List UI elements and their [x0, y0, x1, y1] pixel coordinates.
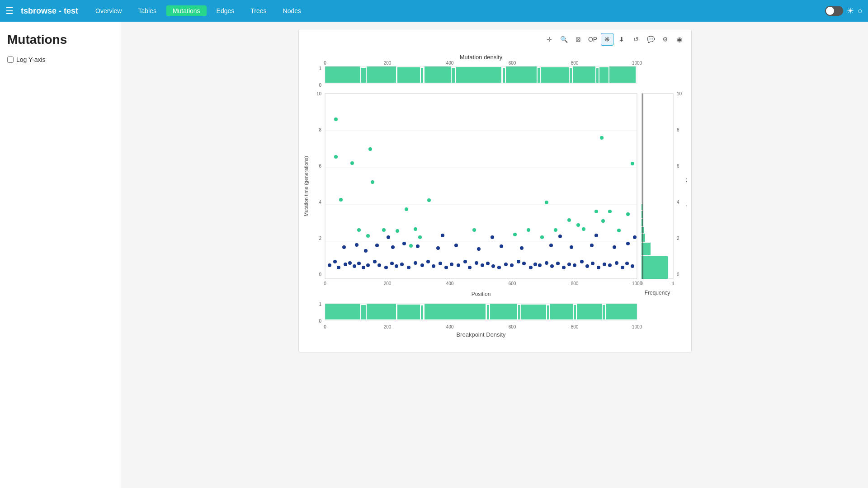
- svg-point-54: [418, 235, 422, 239]
- svg-point-84: [407, 266, 410, 269]
- svg-rect-165: [642, 256, 668, 279]
- svg-point-79: [377, 263, 381, 267]
- svg-point-111: [567, 263, 571, 266]
- svg-point-138: [613, 245, 616, 249]
- tab-nodes[interactable]: Nodes: [277, 5, 307, 16]
- svg-point-86: [420, 263, 424, 267]
- svg-rect-22: [596, 68, 599, 83]
- svg-point-129: [416, 244, 420, 248]
- chart-container: ✛ 🔍 ⊠ OP ❋ ⬇ ↺ 💬 ⚙ ◉ Mutation density: [298, 29, 692, 352]
- log-y-label[interactable]: Log Y-axis: [7, 56, 114, 63]
- svg-text:200: 200: [384, 324, 392, 329]
- svg-point-61: [594, 210, 598, 213]
- svg-point-119: [615, 261, 618, 265]
- tab-edges[interactable]: Edges: [210, 5, 241, 16]
- svg-point-100: [504, 263, 508, 266]
- toolbar-zoom-out[interactable]: ⊠: [572, 33, 585, 46]
- svg-text:10: 10: [316, 91, 322, 96]
- svg-point-142: [491, 235, 494, 239]
- svg-text:4: 4: [319, 200, 321, 205]
- svg-point-69: [328, 263, 331, 267]
- svg-point-47: [339, 198, 343, 202]
- toolbar-zoom-in[interactable]: 🔍: [557, 33, 570, 46]
- svg-point-88: [432, 264, 435, 268]
- svg-point-51: [382, 228, 386, 232]
- mutation-density-title: Mutation density: [460, 54, 503, 61]
- svg-rect-24: [609, 66, 636, 83]
- svg-point-147: [366, 234, 370, 238]
- toolbar-settings[interactable]: ⚙: [659, 33, 671, 46]
- svg-point-93: [463, 260, 467, 263]
- svg-rect-20: [570, 68, 572, 83]
- svg-rect-17: [506, 66, 537, 83]
- log-y-checkbox[interactable]: [7, 56, 14, 63]
- svg-point-136: [570, 245, 573, 249]
- svg-point-128: [402, 242, 406, 245]
- svg-text:6: 6: [319, 164, 321, 169]
- svg-point-113: [580, 260, 584, 263]
- svg-point-58: [540, 235, 544, 239]
- svg-point-49: [368, 147, 372, 151]
- hamburger-menu[interactable]: ☰: [5, 5, 14, 16]
- svg-text:1000: 1000: [632, 324, 642, 329]
- svg-text:0: 0: [640, 281, 643, 286]
- scatter-plot: 10 8 6 4 2 0 0 200 400 600 800 1000: [303, 91, 642, 297]
- svg-point-139: [626, 242, 630, 245]
- tab-trees[interactable]: Trees: [244, 5, 273, 16]
- svg-point-145: [633, 235, 637, 239]
- svg-point-115: [591, 262, 594, 265]
- svg-point-66: [631, 162, 634, 165]
- toolbar-comment[interactable]: 💬: [644, 33, 657, 46]
- svg-rect-21: [573, 66, 595, 83]
- svg-text:200: 200: [384, 281, 392, 286]
- svg-rect-189: [603, 305, 605, 319]
- svg-point-92: [457, 263, 460, 267]
- svg-rect-8: [325, 66, 360, 83]
- svg-rect-175: [325, 304, 360, 319]
- svg-point-78: [373, 260, 377, 263]
- svg-point-71: [337, 266, 340, 269]
- svg-text:Frequency: Frequency: [645, 290, 670, 296]
- svg-text:200: 200: [384, 61, 392, 66]
- svg-text:1: 1: [319, 302, 321, 307]
- tab-tables[interactable]: Tables: [132, 5, 162, 16]
- page-title: Mutations: [7, 33, 114, 47]
- svg-point-127: [391, 245, 395, 249]
- main-layout: Mutations Log Y-axis ✛ 🔍 ⊠ OP ❋ ⬇ ↺ 💬 ⚙ …: [0, 22, 868, 488]
- svg-text:Time (generations): Time (generations): [686, 165, 687, 207]
- toolbar-freeze[interactable]: ❋: [601, 33, 613, 46]
- svg-text:0: 0: [324, 61, 326, 66]
- svg-point-109: [556, 262, 560, 265]
- svg-point-53: [405, 207, 408, 211]
- svg-point-104: [529, 266, 533, 269]
- svg-point-125: [364, 249, 368, 253]
- svg-rect-10: [367, 66, 396, 83]
- svg-text:Breakpoint Density: Breakpoint Density: [456, 331, 506, 338]
- toolbar-pan[interactable]: ✛: [543, 33, 556, 46]
- toolbar-color[interactable]: ◉: [673, 33, 686, 46]
- svg-point-57: [527, 228, 530, 232]
- svg-text:0: 0: [319, 83, 321, 88]
- svg-text:800: 800: [571, 281, 579, 286]
- svg-text:600: 600: [509, 61, 516, 66]
- svg-point-46: [334, 155, 338, 159]
- svg-point-134: [520, 246, 524, 250]
- chart-toolbar: ✛ 🔍 ⊠ OP ❋ ⬇ ↺ 💬 ⚙ ◉: [302, 33, 688, 46]
- svg-point-118: [608, 263, 612, 267]
- toolbar-options[interactable]: OP: [586, 33, 599, 46]
- svg-rect-16: [503, 68, 505, 83]
- svg-rect-184: [521, 305, 546, 319]
- toolbar-download[interactable]: ⬇: [615, 33, 628, 46]
- tab-overview[interactable]: Overview: [89, 5, 128, 16]
- svg-text:6: 6: [677, 164, 679, 169]
- svg-point-143: [558, 235, 562, 238]
- svg-point-112: [573, 263, 576, 267]
- svg-rect-12: [421, 68, 423, 83]
- svg-rect-176: [361, 305, 366, 319]
- theme-toggle[interactable]: [825, 6, 843, 16]
- svg-point-77: [366, 263, 370, 267]
- toolbar-reset[interactable]: ↺: [630, 33, 642, 46]
- svg-rect-188: [577, 304, 602, 319]
- tab-mutations[interactable]: Mutations: [166, 5, 207, 16]
- svg-rect-9: [361, 68, 366, 83]
